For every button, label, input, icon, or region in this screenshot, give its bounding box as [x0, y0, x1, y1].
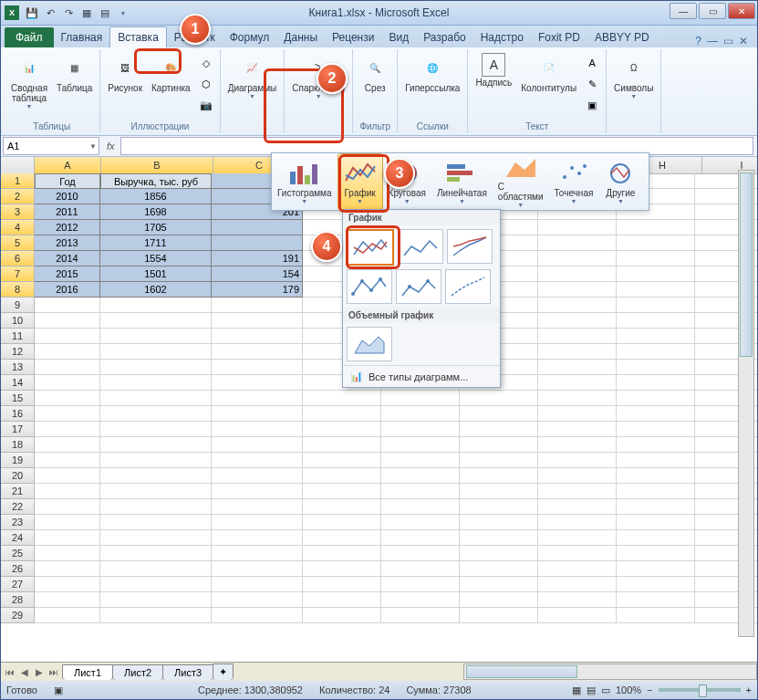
row-header[interactable]: 18: [1, 437, 35, 453]
cell[interactable]: [460, 422, 538, 437]
cell[interactable]: [100, 313, 212, 329]
zoom-in-button[interactable]: +: [746, 684, 752, 695]
cell[interactable]: [617, 515, 695, 530]
cell[interactable]: [617, 592, 695, 608]
cell[interactable]: [303, 468, 381, 484]
cell[interactable]: [212, 344, 303, 360]
cell[interactable]: [35, 344, 100, 360]
row-header[interactable]: 16: [1, 406, 35, 422]
cell[interactable]: [212, 499, 303, 515]
record-macro-icon[interactable]: ▣: [54, 684, 63, 696]
cell[interactable]: [212, 592, 303, 608]
cell[interactable]: [381, 546, 460, 561]
cell[interactable]: [212, 313, 303, 329]
cell[interactable]: [538, 266, 617, 282]
cell[interactable]: [617, 468, 695, 484]
cell[interactable]: [617, 530, 695, 546]
cell[interactable]: [35, 453, 100, 468]
row-header[interactable]: 7: [1, 266, 35, 282]
cell[interactable]: [617, 546, 695, 561]
cell[interactable]: [35, 313, 100, 329]
signature-icon[interactable]: ✎: [582, 74, 602, 94]
tab-review[interactable]: Рецензи: [325, 27, 381, 47]
line-chart-type-2[interactable]: [398, 229, 443, 264]
tab-data[interactable]: Данны: [276, 27, 325, 47]
name-box[interactable]: A1▼: [3, 137, 99, 155]
cell[interactable]: [538, 282, 617, 298]
smartart-icon[interactable]: ⬡: [196, 74, 216, 94]
chart-area-button[interactable]: С областями▼: [493, 153, 549, 210]
cell[interactable]: [303, 530, 381, 546]
cell[interactable]: [100, 453, 212, 468]
line-chart-type-6[interactable]: [445, 269, 491, 304]
cell[interactable]: [617, 499, 695, 515]
cell[interactable]: [538, 499, 617, 515]
tab-home[interactable]: Главная: [54, 27, 110, 47]
cell[interactable]: [100, 344, 212, 360]
cell[interactable]: [538, 220, 617, 235]
cell[interactable]: [617, 437, 695, 453]
cell[interactable]: [100, 422, 212, 437]
cell[interactable]: [381, 468, 460, 484]
line-chart-type-3[interactable]: [447, 229, 493, 264]
cell[interactable]: [35, 515, 100, 530]
cell[interactable]: [35, 577, 100, 592]
qat-btn[interactable]: ▦: [79, 5, 94, 20]
cell[interactable]: [100, 484, 212, 499]
cell[interactable]: [617, 561, 695, 577]
cell[interactable]: [460, 391, 538, 406]
pivot-table-button[interactable]: 📊Сводная таблица▼: [7, 51, 51, 111]
row-header[interactable]: 28: [1, 592, 35, 608]
cell[interactable]: [35, 422, 100, 437]
save-icon[interactable]: 💾: [25, 5, 39, 20]
cell[interactable]: [617, 406, 695, 422]
row-header[interactable]: 24: [1, 530, 35, 546]
close-button[interactable]: ✕: [728, 3, 755, 19]
cell[interactable]: [381, 530, 460, 546]
row-header[interactable]: 13: [1, 360, 35, 375]
cell[interactable]: [538, 437, 617, 453]
row-header[interactable]: 1: [1, 173, 35, 189]
cell[interactable]: [100, 577, 212, 592]
cell[interactable]: [381, 437, 460, 453]
picture-button[interactable]: 🖼Рисунок: [104, 51, 146, 115]
cell[interactable]: [303, 515, 381, 530]
cell[interactable]: [538, 251, 617, 266]
row-header[interactable]: 17: [1, 422, 35, 437]
cell[interactable]: [538, 515, 617, 530]
cell[interactable]: [538, 235, 617, 251]
cell[interactable]: [303, 406, 381, 422]
cell[interactable]: 154: [212, 266, 303, 282]
line-chart-type-1[interactable]: [347, 229, 394, 266]
row-header[interactable]: 15: [1, 391, 35, 406]
tab-developer[interactable]: Разрабо: [416, 27, 473, 47]
cell[interactable]: [538, 577, 617, 592]
cell[interactable]: [381, 453, 460, 468]
all-chart-types-button[interactable]: 📊Все типы диаграмм...: [343, 365, 500, 387]
cell[interactable]: [212, 453, 303, 468]
cell[interactable]: [100, 515, 212, 530]
cell[interactable]: [212, 360, 303, 375]
sheet-nav[interactable]: ⏮◀▶⏭: [1, 667, 63, 677]
cell[interactable]: [303, 499, 381, 515]
cell[interactable]: [460, 561, 538, 577]
cell[interactable]: 1602: [100, 282, 212, 298]
cell[interactable]: [100, 298, 212, 313]
tab-formulas[interactable]: Формул: [223, 27, 277, 47]
cell[interactable]: [617, 608, 695, 623]
wordart-icon[interactable]: A: [582, 53, 602, 73]
cell[interactable]: [100, 608, 212, 623]
cell[interactable]: [538, 406, 617, 422]
line-chart-type-5[interactable]: [396, 269, 441, 304]
cell[interactable]: [303, 608, 381, 623]
row-header[interactable]: 5: [1, 235, 35, 251]
cell[interactable]: [212, 561, 303, 577]
cell[interactable]: [538, 468, 617, 484]
row-header[interactable]: 19: [1, 453, 35, 468]
table-button[interactable]: ▦Таблица: [53, 51, 96, 111]
cell[interactable]: [617, 329, 695, 344]
chart-line-button[interactable]: График▼: [337, 153, 383, 210]
cell[interactable]: [538, 561, 617, 577]
cell[interactable]: [617, 391, 695, 406]
cell[interactable]: [460, 437, 538, 453]
